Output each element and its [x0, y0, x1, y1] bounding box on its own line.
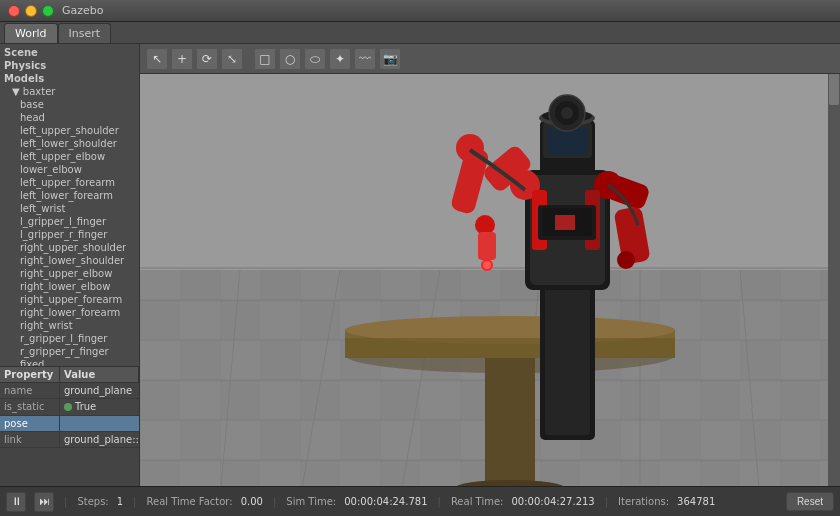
real-time-value: 00:00:04:27.213	[511, 496, 594, 507]
tree-item[interactable]: left_lower_shoulder	[0, 137, 139, 150]
tree-item[interactable]: left_upper_forearm	[0, 176, 139, 189]
tree-item[interactable]: right_wrist	[0, 319, 139, 332]
rtf-value: 0.00	[241, 496, 263, 507]
tree-item[interactable]: fixed	[0, 358, 139, 366]
tree-item[interactable]: head	[0, 111, 139, 124]
sidebar: ScenePhysicsModels▼ baxterbaseheadleft_u…	[0, 44, 140, 486]
iterations-label: Iterations:	[618, 496, 669, 507]
tool-cylinder-button[interactable]: ⬭	[304, 48, 326, 70]
tree-item[interactable]: left_lower_forearm	[0, 189, 139, 202]
rtf-label: Real Time Factor:	[146, 496, 232, 507]
svg-rect-46	[478, 232, 496, 260]
tree-item[interactable]: left_upper_elbow	[0, 150, 139, 163]
sim-time-value: 00:00:04:24.781	[344, 496, 427, 507]
tool-box-button[interactable]: □	[254, 48, 276, 70]
window-title: Gazebo	[62, 4, 832, 17]
svg-point-51	[617, 251, 635, 269]
step-button[interactable]: ⏭	[34, 492, 54, 512]
scene-tree[interactable]: ScenePhysicsModels▼ baxterbaseheadleft_u…	[0, 44, 139, 366]
property-key: is_static	[0, 399, 60, 415]
svg-rect-57	[828, 74, 840, 486]
tree-item[interactable]: right_lower_shoulder	[0, 254, 139, 267]
tree-item[interactable]: Scene	[0, 46, 139, 59]
property-key: link	[0, 432, 60, 447]
tree-item[interactable]: right_upper_elbow	[0, 267, 139, 280]
property-col-header: Property	[0, 367, 60, 382]
tab-insert[interactable]: Insert	[58, 23, 112, 43]
scene-canvas[interactable]	[140, 74, 840, 486]
tree-item[interactable]: l_gripper_l_finger	[0, 215, 139, 228]
svg-point-48	[483, 261, 491, 269]
property-value: ground_plane::link	[60, 432, 140, 447]
tree-item[interactable]: left_wrist	[0, 202, 139, 215]
steps-value: 1	[117, 496, 123, 507]
property-row[interactable]: pose	[0, 416, 139, 432]
tree-item[interactable]: right_lower_elbow	[0, 280, 139, 293]
tree-item[interactable]: r_gripper_l_finger	[0, 332, 139, 345]
tree-item[interactable]: right_upper_shoulder	[0, 241, 139, 254]
tree-item[interactable]: ▼ baxter	[0, 85, 139, 98]
main-area: ScenePhysicsModels▼ baxterbaseheadleft_u…	[0, 44, 840, 486]
iterations-value: 364781	[677, 496, 715, 507]
tree-item[interactable]: right_upper_forearm	[0, 293, 139, 306]
maximize-button[interactable]	[42, 5, 54, 17]
reset-button[interactable]: Reset	[786, 492, 834, 511]
tool-draw-button[interactable]: 〰	[354, 48, 376, 70]
tree-item[interactable]: lower_elbow	[0, 163, 139, 176]
tab-world[interactable]: World	[4, 23, 58, 43]
close-button[interactable]	[8, 5, 20, 17]
property-row[interactable]: is_staticTrue	[0, 399, 139, 416]
svg-rect-30	[545, 265, 590, 435]
tree-item[interactable]: l_gripper_r_finger	[0, 228, 139, 241]
pause-button[interactable]: ⏸	[6, 492, 26, 512]
value-col-header: Value	[60, 367, 139, 382]
property-key: name	[0, 383, 60, 398]
svg-rect-27	[485, 358, 535, 486]
toolbar-separator	[248, 50, 249, 68]
tree-item[interactable]: Physics	[0, 59, 139, 72]
tool-screenshot-button[interactable]: 📷	[379, 48, 401, 70]
viewport-toolbar: ↖+⟳⤡□○⬭✦〰📷	[140, 44, 840, 74]
real-time-label: Real Time:	[451, 496, 504, 507]
steps-label: Steps:	[77, 496, 108, 507]
minimize-button[interactable]	[25, 5, 37, 17]
window-controls	[8, 5, 54, 17]
title-bar: Gazebo	[0, 0, 840, 22]
property-row[interactable]: nameground_plane	[0, 383, 139, 399]
tool-scale-button[interactable]: ⤡	[221, 48, 243, 70]
tree-item[interactable]: base	[0, 98, 139, 111]
property-value: ground_plane	[60, 383, 139, 398]
tree-item[interactable]: left_upper_shoulder	[0, 124, 139, 137]
tab-bar: World Insert	[0, 22, 840, 44]
property-value: True	[60, 399, 139, 415]
status-bar: ⏸ ⏭ | Steps: 1 | Real Time Factor: 0.00 …	[0, 486, 840, 516]
sim-time-label: Sim Time:	[286, 496, 336, 507]
tree-item[interactable]: right_lower_forearm	[0, 306, 139, 319]
property-row[interactable]: linkground_plane::link	[0, 432, 139, 448]
tool-rotate-button[interactable]: ⟳	[196, 48, 218, 70]
tool-lights-button[interactable]: ✦	[329, 48, 351, 70]
properties-panel: Property Value nameground_planeis_static…	[0, 366, 139, 486]
tool-sphere-button[interactable]: ○	[279, 48, 301, 70]
svg-point-40	[561, 107, 573, 119]
tool-select-button[interactable]: ↖	[146, 48, 168, 70]
properties-header: Property Value	[0, 367, 139, 383]
svg-rect-58	[829, 74, 839, 105]
property-value	[60, 416, 139, 431]
3d-viewport[interactable]: ↖+⟳⤡□○⬭✦〰📷	[140, 44, 840, 486]
tool-translate-button[interactable]: +	[171, 48, 193, 70]
tree-item[interactable]: r_gripper_r_finger	[0, 345, 139, 358]
svg-rect-26	[345, 338, 675, 358]
property-key: pose	[0, 416, 60, 431]
tree-item[interactable]: Models	[0, 72, 139, 85]
